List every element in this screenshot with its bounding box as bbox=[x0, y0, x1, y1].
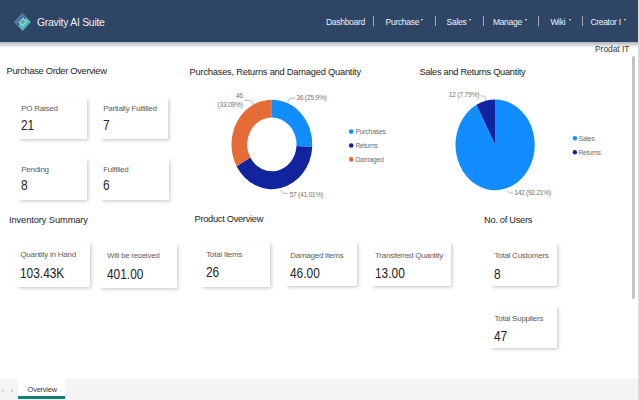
svg-text:36 (25.9%): 36 (25.9%) bbox=[296, 94, 326, 102]
svg-text:142 (92.21%): 142 (92.21%) bbox=[514, 189, 550, 197]
svg-text:Returns: Returns bbox=[355, 142, 378, 149]
svg-text:12 (7.79%): 12 (7.79%) bbox=[449, 91, 480, 99]
svg-text:(33.09%): (33.09%) bbox=[218, 101, 243, 109]
svg-text:46: 46 bbox=[236, 92, 244, 99]
svg-text:Damaged: Damaged bbox=[355, 156, 383, 164]
svg-text:Purchases: Purchases bbox=[355, 128, 386, 135]
svg-text:Returns: Returns bbox=[578, 149, 601, 156]
svg-text:Sales: Sales bbox=[578, 135, 595, 142]
svg-text:57 (41.01%): 57 (41.01%) bbox=[290, 191, 323, 199]
